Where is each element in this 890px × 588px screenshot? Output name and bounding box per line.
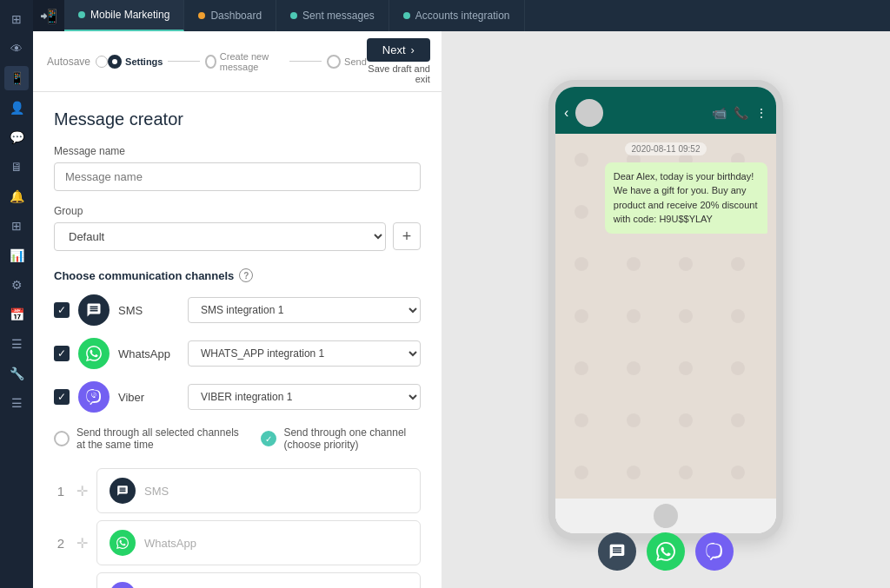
- save-draft-link[interactable]: Save draft and exit: [367, 63, 430, 84]
- tab-label-dashboard: Dashboard: [210, 10, 262, 22]
- add-group-button[interactable]: +: [393, 222, 421, 250]
- sidebar-icon-grid[interactable]: ⊞: [4, 214, 29, 238]
- tab-sent-messages[interactable]: Sent messages: [276, 0, 389, 31]
- page-title: Message creator: [54, 109, 421, 129]
- sidebar-icon-home[interactable]: ⊞: [4, 7, 29, 31]
- main-area: 📲 Mobile Marketing Dashboard Sent messag…: [33, 0, 890, 588]
- step-line-1: [168, 61, 200, 62]
- autosave-label: Autosave: [47, 56, 90, 68]
- wizard-step-create[interactable]: Create new message: [205, 51, 284, 72]
- chat-date: 2020-08-11 09:52: [625, 142, 707, 155]
- step-label-send: Send: [344, 56, 367, 67]
- viber-integration-select[interactable]: VIBER integration 1 VIBER integration 2: [188, 384, 421, 410]
- app-icon: 📲: [33, 0, 64, 31]
- drag-handle-2[interactable]: ✛: [76, 535, 88, 552]
- whatsapp-channel-name: WhatsApp: [118, 347, 179, 360]
- bottom-whatsapp-icon[interactable]: [647, 532, 685, 571]
- drag-handle-1[interactable]: ✛: [76, 483, 88, 499]
- sidebar-icon-calendar[interactable]: 📅: [4, 302, 29, 327]
- sidebar-icon-layers[interactable]: ☰: [4, 332, 29, 356]
- more-icon[interactable]: ⋮: [755, 106, 767, 120]
- sidebar: ⊞ 👁 📱 👤 💬 🖥 🔔 ⊞ 📊 ⚙ 📅 ☰ 🔧 ☰: [0, 0, 33, 588]
- send-one-channel-option[interactable]: Send through one channel (choose priorit…: [261, 426, 421, 451]
- video-icon[interactable]: 📹: [712, 106, 727, 120]
- sidebar-icon-chart[interactable]: 📊: [4, 243, 29, 268]
- step-label-create: Create new message: [220, 51, 285, 72]
- send-all-channels-option[interactable]: Send through all selected channels at th…: [54, 426, 243, 451]
- sidebar-icon-bell[interactable]: 🔔: [4, 184, 29, 208]
- tab-dot-mobile: [78, 11, 85, 18]
- bottom-viber-icon[interactable]: [695, 532, 734, 571]
- tab-accounts-integration[interactable]: Accounts integration: [389, 0, 525, 31]
- tab-dot-dashboard: [198, 12, 205, 19]
- topbar: 📲 Mobile Marketing Dashboard Sent messag…: [33, 0, 890, 31]
- priority-viber-icon: [110, 582, 136, 588]
- back-arrow-icon[interactable]: ‹: [564, 105, 568, 121]
- priority-num-2: 2: [54, 536, 68, 551]
- tab-dashboard[interactable]: Dashboard: [184, 0, 276, 31]
- viber-channel-name: Viber: [118, 391, 179, 404]
- next-button[interactable]: Next ›: [367, 38, 430, 62]
- radio-all-channels: [54, 431, 70, 446]
- sms-channel-icon: [78, 294, 110, 326]
- step-circle-create: [205, 55, 216, 69]
- step-circle-send: [327, 55, 341, 69]
- wizard-bar: Autosave Settings Create new message: [33, 31, 442, 92]
- content-area: Autosave Settings Create new message: [33, 31, 890, 588]
- wizard-step-settings[interactable]: Settings: [108, 55, 163, 69]
- sidebar-icon-chat[interactable]: 💬: [4, 125, 29, 149]
- chat-header-actions: 📹 📞 ⋮: [712, 106, 767, 120]
- send-mode: Send through all selected channels at th…: [54, 426, 421, 451]
- priority-item-2: 2 ✛ WhatsApp: [54, 520, 421, 565]
- sms-integration-select[interactable]: SMS integration 1 SMS integration 2: [188, 297, 421, 323]
- group-label: Group: [54, 205, 421, 217]
- call-icon[interactable]: 📞: [734, 106, 748, 120]
- priority-list: 1 ✛ SMS 2 ✛: [54, 468, 421, 588]
- wizard-step-send[interactable]: Send: [327, 55, 367, 69]
- sidebar-icon-menu[interactable]: ☰: [4, 391, 29, 415]
- sms-checkbox[interactable]: ✓: [54, 302, 70, 318]
- sidebar-icon-users[interactable]: 👤: [4, 96, 29, 120]
- tab-label-accounts: Accounts integration: [415, 10, 510, 22]
- tab-mobile-marketing[interactable]: Mobile Marketing: [64, 0, 184, 31]
- phone-mockup: ‹ 📹 📞 ⋮ 2020-08-11 09:52 Dear Alex, toda…: [548, 80, 783, 540]
- viber-channel-icon: [78, 381, 110, 413]
- message-name-input[interactable]: [54, 162, 421, 191]
- priority-whatsapp-icon: [110, 530, 136, 556]
- form-content: Message creator Message name Group Defau…: [33, 92, 442, 588]
- sidebar-icon-tool[interactable]: 🔧: [4, 361, 29, 386]
- sidebar-icon-eye[interactable]: 👁: [4, 36, 29, 61]
- next-button-label: Next: [382, 43, 406, 56]
- chat-bubble: Dear Alex, today is your birthday! We ha…: [605, 162, 767, 234]
- sidebar-icon-settings2[interactable]: ⚙: [4, 273, 29, 297]
- priority-card-whatsapp: WhatsApp: [96, 520, 421, 565]
- channel-row-whatsapp: ✓ WhatsApp WHATS_APP integration 1 WHATS…: [54, 338, 421, 369]
- whatsapp-channel-icon: [78, 338, 110, 369]
- chat-input-bar: [555, 499, 776, 533]
- next-arrow-icon: ›: [411, 43, 415, 56]
- whatsapp-integration-select[interactable]: WHATS_APP integration 1 WHATS_APP integr…: [188, 340, 421, 367]
- message-name-label: Message name: [54, 145, 421, 157]
- info-icon[interactable]: ?: [239, 268, 253, 282]
- group-select[interactable]: Default: [54, 222, 386, 251]
- priority-whatsapp-label: WhatsApp: [144, 537, 196, 550]
- wizard-steps: Settings Create new message Send: [108, 51, 367, 72]
- step-line-2: [289, 61, 322, 62]
- sidebar-icon-phone[interactable]: 📱: [4, 66, 29, 90]
- radio-one-channel: [261, 431, 276, 446]
- priority-item-3: 3 ✛ Viber: [54, 572, 421, 588]
- channel-row-viber: ✓ Viber VIBER integration 1 VIBER integr…: [54, 381, 421, 413]
- wizard-right: Next › Save draft and exit: [367, 38, 430, 84]
- viber-checkbox[interactable]: ✓: [54, 389, 70, 405]
- bottom-sms-icon[interactable]: [598, 532, 636, 571]
- whatsapp-checkbox[interactable]: ✓: [54, 346, 70, 361]
- sms-channel-name: SMS: [118, 304, 179, 317]
- priority-card-viber: Viber: [96, 572, 421, 588]
- chat-body: 2020-08-11 09:52 Dear Alex, today is you…: [555, 134, 776, 499]
- send-all-label: Send through all selected channels at th…: [76, 426, 243, 451]
- bottom-channel-icons: [598, 532, 734, 571]
- tab-label-mobile: Mobile Marketing: [90, 9, 169, 21]
- priority-item-1: 1 ✛ SMS: [54, 468, 421, 513]
- sidebar-icon-monitor[interactable]: 🖥: [4, 155, 29, 179]
- send-one-label: Send through one channel (choose priorit…: [283, 426, 421, 451]
